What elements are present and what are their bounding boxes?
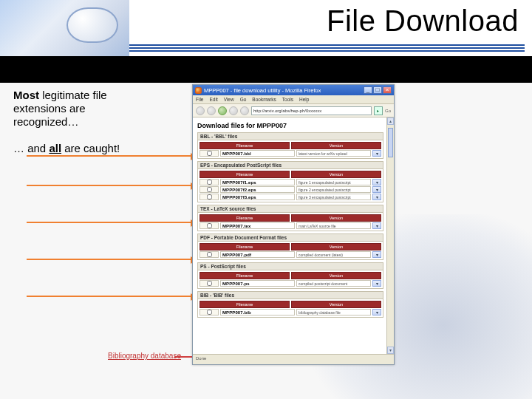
file-description: compiled document (latest): [296, 251, 371, 258]
menu-bookmarks[interactable]: Bookmarks: [252, 97, 276, 102]
forward-button[interactable]: [207, 106, 216, 115]
address-bar[interactable]: http://arxiv.org/abs/hep-ph/0xxxxxx: [251, 106, 372, 115]
version-dropdown[interactable]: ▾: [372, 251, 381, 258]
stop-button[interactable]: [229, 106, 238, 115]
file-select-checkbox[interactable]: [200, 186, 219, 193]
close-button[interactable]: ×: [383, 86, 392, 94]
checkbox-input[interactable]: [207, 180, 212, 185]
pointer-arrow: [174, 356, 194, 358]
scroll-up-icon[interactable]: ▴: [387, 117, 394, 125]
page-heading: Download files for MPPP007: [197, 122, 383, 129]
minimize-button[interactable]: _: [364, 86, 372, 94]
scroll-thumb[interactable]: [388, 128, 393, 157]
section-body: FilenameVersionMPPP007.pdfcompiled docum…: [197, 242, 383, 260]
menu-edit[interactable]: Edit: [209, 97, 217, 102]
column-header: Filename: [200, 142, 290, 149]
file-name: MPPP007.pdf: [220, 251, 295, 258]
pointer-arrow: [27, 155, 192, 157]
file-select-checkbox[interactable]: [200, 194, 219, 200]
file-select-checkbox[interactable]: [200, 179, 219, 185]
scroll-down-icon[interactable]: ▾: [387, 347, 394, 354]
file-description: figure 3 encapsulated postscript: [296, 194, 371, 200]
checkbox-input[interactable]: [207, 187, 212, 192]
file-select-checkbox[interactable]: [200, 280, 219, 287]
go-button[interactable]: ▸: [374, 106, 383, 115]
browser-statusbar: Done: [193, 354, 394, 364]
file-select-checkbox[interactable]: [200, 222, 219, 229]
section-body: FilenameVersionMPPP007.texmain LaTeX sou…: [197, 213, 383, 231]
column-header: Filename: [200, 243, 290, 250]
browser-viewport: Download files for MPPP007 BBL - 'BBL' f…: [193, 117, 386, 354]
version-dropdown[interactable]: ▾: [372, 309, 381, 316]
column-header: Filename: [200, 171, 290, 178]
browser-window-title: MPPP007 - file download utility - Mozill…: [204, 87, 321, 94]
text-pre: … and: [13, 142, 49, 154]
column-header: Filename: [200, 272, 290, 279]
file-name: MPPP007.ps: [220, 280, 295, 287]
home-button[interactable]: [240, 106, 249, 115]
menu-view[interactable]: View: [224, 97, 234, 102]
maximize-button[interactable]: □: [373, 86, 382, 94]
go-label: Go: [385, 109, 391, 113]
column-header: Version: [291, 142, 381, 149]
checkbox-input[interactable]: [207, 252, 212, 257]
corner-laptop-photo: [0, 0, 129, 58]
file-description: bibliography database file: [296, 309, 371, 316]
file-name: MPPP007f3.eps: [220, 194, 295, 200]
vertical-scrollbar[interactable]: ▴ ▾: [386, 117, 394, 354]
version-dropdown[interactable]: ▾: [372, 222, 381, 229]
column-header: Version: [291, 171, 381, 178]
file-name: MPPP007.tex: [220, 222, 295, 229]
file-description: figure 1 encapsulated postscript: [296, 179, 371, 185]
version-dropdown[interactable]: ▾: [372, 186, 381, 193]
section-header: PDF - Portable Document Format files: [197, 233, 383, 242]
section-header: TEX - LaTeX source files: [197, 205, 383, 213]
status-text: Done: [196, 356, 206, 361]
file-row: MPPP007.bbllatest version for arXiv uplo…: [200, 150, 381, 157]
checkbox-input[interactable]: [207, 151, 212, 156]
menu-go[interactable]: Go: [240, 97, 247, 102]
menu-file[interactable]: File: [196, 97, 203, 102]
file-row: MPPP007.bibbibliography database file▾: [200, 309, 381, 316]
file-name: MPPP007.bib: [220, 309, 295, 316]
firefox-icon: [195, 87, 202, 94]
section-body: FilenameVersionMPPP007.bbllatest version…: [197, 140, 383, 159]
column-header: Version: [291, 301, 381, 308]
browser-menubar: FileEditViewGoBookmarksToolsHelp: [193, 95, 394, 104]
black-band: [0, 56, 532, 83]
column-header: Version: [291, 272, 381, 279]
file-row: MPPP007f1.epsfigure 1 encapsulated posts…: [200, 179, 381, 185]
section-body: FilenameVersionMPPP007.pscompiled postsc…: [197, 270, 383, 289]
section-header: BIB - 'BIB' files: [197, 291, 383, 299]
version-dropdown[interactable]: ▾: [372, 179, 381, 185]
url-text: http://arxiv.org/abs/hep-ph/0xxxxxx: [253, 109, 321, 113]
column-header: Filename: [200, 301, 290, 308]
browser-titlebar: MPPP007 - file download utility - Mozill…: [193, 85, 394, 95]
mouse-icon: [66, 7, 118, 43]
reload-button[interactable]: [218, 106, 227, 115]
section-header: EPS - Encapsulated PostScript files: [197, 161, 383, 169]
menu-tools[interactable]: Tools: [282, 97, 293, 102]
browser-window: MPPP007 - file download utility - Mozill…: [192, 84, 395, 365]
section-body: FilenameVersionMPPP007.bibbibliography d…: [197, 299, 383, 318]
version-dropdown[interactable]: ▾: [372, 280, 381, 287]
file-select-checkbox[interactable]: [200, 150, 219, 157]
menu-help[interactable]: Help: [299, 97, 309, 102]
file-name: MPPP007f2.eps: [220, 186, 295, 193]
file-description: latest version for arXiv upload: [296, 150, 371, 157]
version-dropdown[interactable]: ▾: [372, 150, 381, 157]
file-description: figure 2 encapsulated postscript: [296, 186, 371, 193]
back-button[interactable]: [196, 106, 205, 115]
checkbox-input[interactable]: [207, 194, 212, 200]
version-dropdown[interactable]: ▾: [372, 194, 381, 200]
text-strong: Most: [13, 89, 39, 101]
callout-extensions: Most legitimate file extensions are reco…: [13, 89, 146, 129]
slide-title: File Download: [327, 4, 519, 38]
file-row: MPPP007f3.epsfigure 3 encapsulated posts…: [200, 194, 381, 200]
checkbox-input[interactable]: [207, 281, 212, 286]
checkbox-input[interactable]: [207, 310, 212, 315]
file-select-checkbox[interactable]: [200, 251, 219, 258]
file-select-checkbox[interactable]: [200, 309, 219, 316]
column-header: Version: [291, 214, 381, 222]
checkbox-input[interactable]: [207, 223, 212, 228]
